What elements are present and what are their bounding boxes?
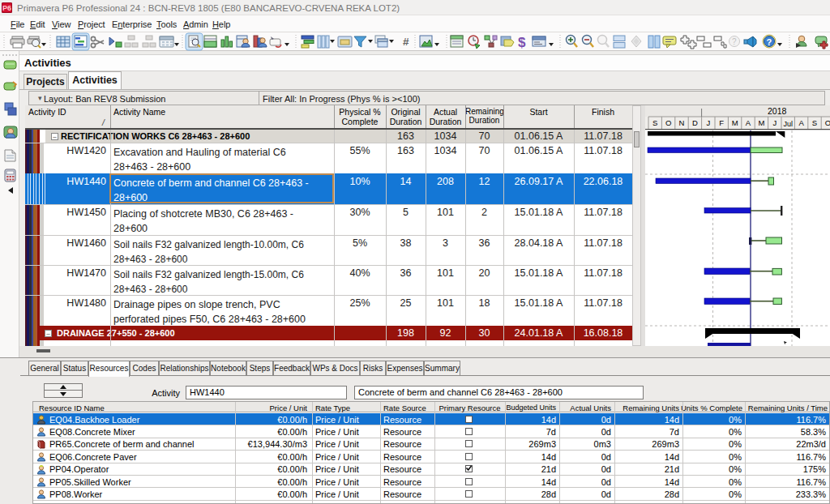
svg-text:O: O — [825, 118, 830, 127]
svg-text:D: D — [692, 118, 698, 127]
svg-text:$: $ — [518, 35, 526, 50]
svg-text:M: M — [758, 118, 764, 127]
svg-text:?: ? — [732, 37, 737, 46]
svg-text:2018: 2018 — [768, 106, 787, 116]
svg-text:?: ? — [767, 37, 772, 47]
svg-text:Jul: Jul — [783, 120, 793, 128]
svg-text:A: A — [746, 118, 751, 127]
svg-text:J: J — [772, 118, 777, 127]
svg-text:F: F — [719, 118, 724, 127]
svg-text:#: # — [403, 36, 409, 48]
svg-text:N: N — [679, 118, 685, 127]
svg-text:J: J — [706, 118, 710, 127]
svg-text:O: O — [665, 118, 671, 127]
svg-text:M: M — [732, 118, 738, 127]
svg-text:S: S — [812, 118, 817, 127]
svg-text:A: A — [798, 118, 804, 127]
svg-text:S: S — [652, 118, 657, 127]
